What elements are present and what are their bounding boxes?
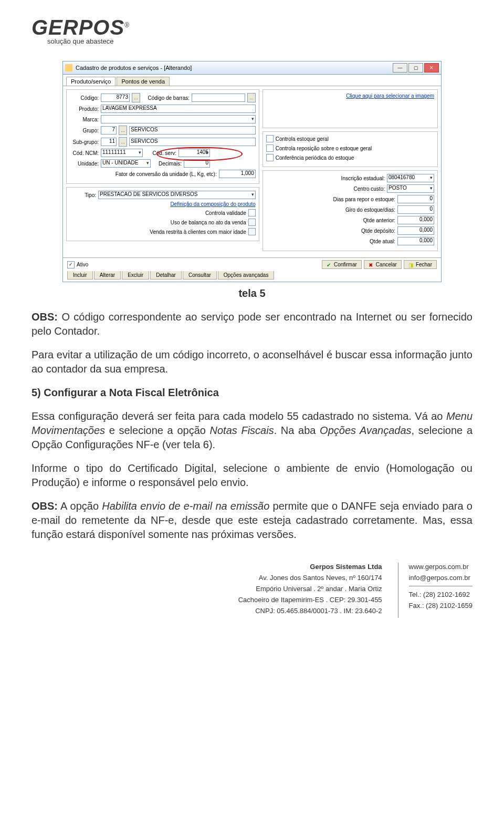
- tab-consultar[interactable]: Consultar: [183, 271, 217, 280]
- checkbox-restrita[interactable]: [248, 228, 256, 235]
- select-centro[interactable]: POSTO: [387, 184, 434, 193]
- tab-detalhar[interactable]: Detalhar: [150, 271, 182, 280]
- label-marca: Marca:: [70, 117, 99, 122]
- group-tipo: Tipo: PRESTACAO DE SERVICOS DIVERSOS Def…: [66, 187, 259, 241]
- tab-opcoes-avancadas[interactable]: Opções avançadas: [218, 271, 275, 280]
- tab-pontos-venda[interactable]: Pontos de venda: [117, 77, 170, 86]
- footer-divider: [409, 586, 472, 586]
- footer-email: info@gerpos.com.br: [409, 574, 472, 582]
- door-icon: ◨: [408, 262, 414, 267]
- label-qtde-atual: Qtde atual:: [266, 239, 395, 244]
- link-selecionar-imagem[interactable]: Clique aqui para selecionar a imagem: [346, 93, 434, 99]
- lookup-subgrupo[interactable]: …: [119, 137, 127, 147]
- label-tipo: Tipo:: [70, 192, 96, 198]
- select-marca[interactable]: [101, 115, 256, 123]
- footer-address: Gerpos Sistemas Ltda Av. Jones dos Santo…: [238, 563, 382, 618]
- label-grupo: Grupo:: [70, 128, 99, 133]
- checkbox-conferencia[interactable]: [266, 154, 274, 161]
- x-icon: ✖: [369, 262, 374, 267]
- select-ncm[interactable]: 11111111: [101, 149, 143, 157]
- lookup-codigo[interactable]: …: [132, 93, 140, 102]
- footer-company: Gerpos Sistemas Ltda: [238, 563, 382, 571]
- document-body: OBS: O código correspondente ao serviço …: [32, 310, 472, 542]
- label-produto: Produto:: [70, 106, 99, 112]
- maximize-button[interactable]: ▢: [408, 63, 423, 73]
- label-restrita: Venda restrita à clientes com maior idad…: [150, 229, 246, 235]
- check-icon: ✔: [327, 262, 332, 267]
- obs1-label: OBS:: [32, 311, 58, 323]
- input-cod-barras[interactable]: [192, 94, 245, 102]
- label-qtde-dep: Qtde depósito:: [266, 228, 395, 234]
- fechar-button[interactable]: ◨Fechar: [404, 260, 437, 269]
- input-grupo-id[interactable]: 7: [101, 126, 117, 135]
- input-dias[interactable]: 0: [397, 195, 434, 203]
- footer-fax: Fax.: (28) 2102-1659: [409, 602, 472, 609]
- p3c: e selecione a opção: [105, 425, 209, 436]
- confirmar-label: Confirmar: [334, 262, 357, 267]
- checkbox-reposicao[interactable]: [266, 144, 274, 152]
- lookup-grupo[interactable]: …: [119, 126, 127, 135]
- label-balanca: Uso de balança no ato da venda: [171, 220, 246, 225]
- logo-name: GERPOS: [32, 16, 124, 39]
- input-subgrupo-id[interactable]: 11: [101, 138, 117, 146]
- cancelar-button[interactable]: ✖Cancelar: [364, 260, 402, 269]
- bottom-tabs: Incluir Alterar Excluir Detalhar Consult…: [63, 271, 441, 282]
- tab-excluir[interactable]: Excluir: [122, 271, 149, 280]
- label-validade: Controla validade: [205, 210, 246, 216]
- form-area: Código: 8773 … Código de barras: … Produ…: [63, 86, 441, 257]
- group-estoque-valores: Inscrição estadual:080416780 Centro cust…: [262, 170, 438, 251]
- para-obs2: OBS: A opção Habilita envio de e-mail na…: [32, 499, 472, 542]
- logo-tagline: solução que abastece: [47, 37, 472, 45]
- select-unidade[interactable]: UN - UNIDADE: [101, 159, 151, 168]
- input-qtde-dep[interactable]: 0,000: [397, 226, 434, 235]
- input-giro[interactable]: 0: [397, 205, 434, 214]
- footer-city: Cachoeiro de Itapemirim-ES . CEP: 29.301…: [238, 596, 382, 604]
- label-cod-barras: Código de barras:: [142, 95, 190, 101]
- p3d: Notas Fiscais: [210, 425, 274, 436]
- close-button[interactable]: ✕: [424, 63, 439, 73]
- top-tabs: Produto/serviço Pontos de venda: [63, 75, 441, 86]
- tab-alterar[interactable]: Alterar: [94, 271, 121, 280]
- window-title: Cadastro de produtos e serviços - [Alter…: [76, 65, 392, 71]
- para-certificado: Informe o tipo do Certificado Digital, s…: [32, 461, 472, 490]
- group-identificacao: Código: 8773 … Código de barras: … Produ…: [66, 89, 259, 184]
- checkbox-ativo[interactable]: [67, 261, 75, 268]
- heading-5: 5) Configurar a Nota Fiscal Eletrônica: [32, 386, 472, 400]
- input-decimais[interactable]: 0: [184, 159, 210, 168]
- select-codserv[interactable]: 1405: [178, 149, 210, 157]
- tab-incluir[interactable]: Incluir: [67, 271, 93, 280]
- checkbox-estoque-geral[interactable]: [266, 135, 274, 142]
- obs2-label: OBS:: [32, 500, 58, 512]
- label-ativo: Ativo: [77, 262, 88, 267]
- footer-street: Av. Jones dos Santos Neves, nº 160/174: [238, 574, 382, 582]
- page-footer: Gerpos Sistemas Ltda Av. Jones dos Santo…: [32, 563, 472, 618]
- input-codigo[interactable]: 8773: [101, 94, 130, 102]
- checkbox-validade[interactable]: [248, 209, 256, 216]
- label-unidade: Unidade:: [70, 161, 99, 167]
- tab-produto-servico[interactable]: Produto/serviço: [66, 77, 116, 86]
- label-centro: Centro custo:: [266, 186, 385, 192]
- select-tipo[interactable]: PRESTACAO DE SERVICOS DIVERSOS: [98, 191, 256, 199]
- lookup-cod-barras[interactable]: …: [247, 93, 256, 102]
- select-inscricao[interactable]: 080416780: [387, 174, 434, 182]
- confirmar-button[interactable]: ✔Confirmar: [322, 260, 362, 269]
- p5b: A opção: [58, 500, 102, 512]
- brand-logo: GERPOS® solução que abastece: [32, 16, 472, 45]
- input-produto[interactable]: LAVAGEM EXPRESSA: [101, 105, 256, 113]
- input-fator[interactable]: 1,000: [219, 170, 256, 178]
- left-column: Código: 8773 … Código de barras: … Produ…: [66, 89, 259, 254]
- group-imagem: Clique aqui para selecionar a imagem: [262, 89, 438, 128]
- label-giro: Giro do estoque/dias:: [266, 207, 395, 213]
- input-grupo-nome[interactable]: SERVICOS: [129, 126, 256, 135]
- link-definicao-composicao[interactable]: Definição da composição do produto: [170, 201, 255, 207]
- cancelar-label: Cancelar: [376, 262, 397, 267]
- minimize-button[interactable]: —: [393, 63, 407, 73]
- input-qtde-ant[interactable]: 0,000: [397, 216, 434, 224]
- label-fator: Fator de conversão da unidade (L, Kg, et…: [70, 171, 217, 177]
- bottom-bar: Ativo ✔Confirmar ✖Cancelar ◨Fechar: [63, 257, 441, 271]
- label-qtde-ant: Qtde anterior:: [266, 218, 395, 223]
- checkbox-balanca[interactable]: [248, 219, 256, 226]
- input-subgrupo-nome[interactable]: SERVICOS: [129, 138, 256, 146]
- input-qtde-atual[interactable]: 0,000: [397, 237, 434, 245]
- p3a: Essa configuração deverá ser feita para …: [32, 410, 446, 422]
